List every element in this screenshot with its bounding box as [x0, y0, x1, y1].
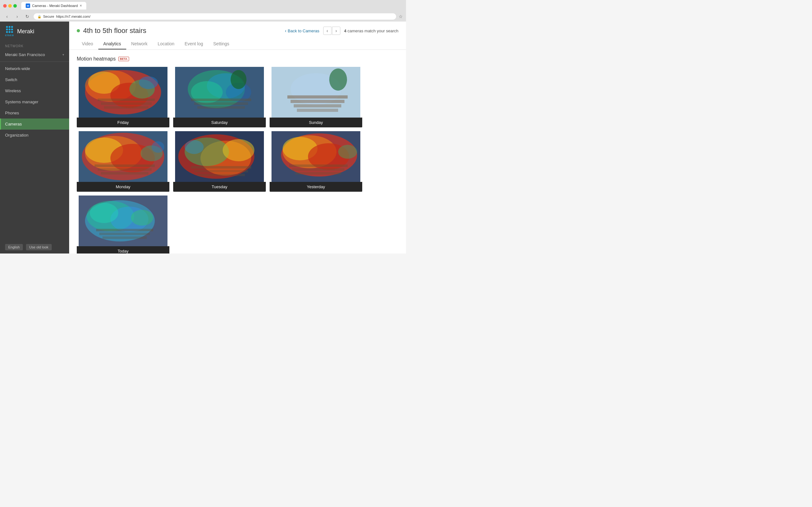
tab-analytics[interactable]: Analytics	[98, 39, 126, 49]
svg-rect-24	[294, 104, 341, 107]
back-arrow-icon: ‹	[285, 28, 287, 33]
address-url: https://n7.meraki.com/	[56, 14, 90, 18]
fullscreen-window-button[interactable]	[13, 4, 17, 8]
tab-location[interactable]: Location	[153, 39, 180, 49]
sidebar-divider	[0, 61, 69, 62]
svg-point-6	[139, 76, 158, 89]
sidebar-item-switch[interactable]: Switch	[0, 74, 69, 85]
tab-event-log-label: Event log	[185, 41, 203, 46]
cisco-dot	[11, 29, 13, 31]
heatmap-monday[interactable]: Monday	[77, 131, 169, 192]
svg-point-60	[131, 210, 153, 226]
sidebar-item-phones[interactable]: Phones	[0, 107, 69, 118]
svg-point-59	[90, 203, 118, 223]
heatmap-yesterday-image	[270, 131, 362, 182]
cisco-dot	[9, 31, 10, 33]
tab-location-label: Location	[158, 41, 174, 46]
app-layout: cisco Meraki NETWORK Meraki San Francisc…	[0, 21, 406, 253]
svg-rect-54	[295, 172, 341, 175]
tab-analytics-label: Analytics	[103, 41, 121, 46]
tab-settings-label: Settings	[213, 41, 229, 46]
sidebar: cisco Meraki NETWORK Meraki San Francisc…	[0, 21, 69, 253]
cisco-logo: cisco	[5, 26, 14, 37]
cisco-dot	[6, 26, 8, 28]
sidebar-nav: Network-wide Switch Wireless Systems man…	[0, 63, 69, 141]
back-to-cameras-link[interactable]: ‹ Back to Cameras	[285, 28, 319, 33]
tab-bar: M Cameras - Meraki Dashboard ×	[21, 2, 86, 9]
heatmap-today[interactable]: Today	[77, 195, 169, 253]
old-look-button[interactable]: Use old look	[26, 244, 52, 250]
heatmap-saturday-image	[173, 67, 266, 118]
sidebar-item-wireless[interactable]: Wireless	[0, 85, 69, 96]
sidebar-bottom: English Use old look	[0, 241, 69, 253]
heatmap-monday-label: Monday	[77, 182, 169, 192]
svg-rect-62	[99, 233, 150, 235]
tab-settings[interactable]: Settings	[208, 39, 235, 49]
heatmap-sunday[interactable]: Sunday	[270, 67, 362, 127]
language-button[interactable]: English	[5, 244, 23, 250]
page-header-top: 4th to 5th floor stairs ‹ Back to Camera…	[77, 26, 398, 35]
sidebar-item-organization[interactable]: Organization	[0, 130, 69, 141]
address-bar-row: ‹ › ↻ 🔒 Secure https://n7.meraki.com/ ☆	[3, 11, 403, 21]
tab-network-label: Network	[131, 41, 148, 46]
svg-rect-17	[197, 106, 245, 109]
address-actions: ☆	[399, 14, 403, 19]
main-content: 4th to 5th floor stairs ‹ Back to Camera…	[69, 21, 406, 253]
tab-favicon: M	[26, 3, 30, 8]
svg-rect-45	[197, 174, 245, 176]
browser-chrome: M Cameras - Meraki Dashboard × ‹ › ↻ 🔒 S…	[0, 0, 406, 21]
heatmap-tuesday[interactable]: Tuesday	[173, 131, 266, 192]
tab-video[interactable]: Video	[77, 39, 98, 49]
svg-point-42	[185, 140, 204, 154]
page-tabs: Video Analytics Network Location Event l…	[77, 39, 398, 49]
next-camera-button[interactable]: ›	[332, 26, 340, 35]
svg-rect-16	[194, 102, 248, 105]
tab-title: Cameras - Meraki Dashboard	[32, 4, 78, 8]
close-window-button[interactable]	[3, 4, 7, 8]
camera-status-dot	[77, 29, 80, 32]
prev-camera-button[interactable]: ‹	[323, 26, 332, 35]
cisco-dot	[9, 29, 10, 31]
heatmap-yesterday[interactable]: Yesterday	[270, 131, 362, 192]
sidebar-item-label: Wireless	[5, 89, 21, 93]
svg-rect-25	[297, 109, 338, 112]
bookmark-button[interactable]: ☆	[399, 14, 403, 19]
svg-rect-9	[104, 106, 148, 109]
sidebar-section-label: NETWORK	[5, 44, 64, 48]
cisco-dot	[11, 26, 13, 28]
active-browser-tab[interactable]: M Cameras - Meraki Dashboard ×	[21, 2, 86, 9]
back-to-cameras-label: Back to Cameras	[288, 29, 319, 33]
forward-button[interactable]: ›	[13, 13, 21, 20]
heatmap-friday-image	[77, 67, 169, 118]
section-title: Motion heatmaps BETA	[77, 56, 398, 62]
heatmap-saturday[interactable]: Saturday	[173, 67, 266, 127]
minimize-window-button[interactable]	[8, 4, 12, 8]
sidebar-item-network-wide[interactable]: Network-wide	[0, 63, 69, 74]
refresh-button[interactable]: ↻	[23, 13, 31, 20]
traffic-lights	[3, 4, 17, 8]
cameras-match-label: cameras match your search	[348, 29, 398, 33]
sidebar-item-systems-manager[interactable]: Systems manager	[0, 96, 69, 107]
svg-rect-44	[194, 170, 248, 172]
back-button[interactable]: ‹	[3, 13, 11, 20]
sidebar-network-selector[interactable]: Meraki San Francisco ▾	[5, 50, 64, 59]
tab-close-button[interactable]: ×	[80, 3, 82, 8]
cameras-match-text: 4 cameras match your search	[344, 29, 398, 33]
sidebar-item-label: Cameras	[5, 122, 22, 126]
svg-rect-34	[95, 164, 155, 167]
sidebar-item-cameras[interactable]: Cameras	[0, 118, 69, 130]
motion-heatmaps-title: Motion heatmaps	[77, 56, 116, 62]
heatmap-sunday-label: Sunday	[270, 118, 362, 127]
cameras-count: 4	[344, 29, 346, 33]
svg-rect-15	[191, 99, 251, 101]
address-bar[interactable]: 🔒 Secure https://n7.meraki.com/	[34, 13, 396, 20]
page-header: 4th to 5th floor stairs ‹ Back to Camera…	[69, 21, 406, 50]
svg-rect-36	[101, 172, 148, 175]
page-title: 4th to 5th floor stairs	[83, 26, 285, 35]
heatmap-grid: Friday	[77, 67, 362, 253]
heatmap-friday[interactable]: Friday	[77, 67, 169, 127]
svg-rect-53	[292, 168, 345, 171]
tab-network[interactable]: Network	[126, 39, 153, 49]
secure-icon: 🔒	[38, 15, 41, 18]
tab-event-log[interactable]: Event log	[180, 39, 208, 49]
